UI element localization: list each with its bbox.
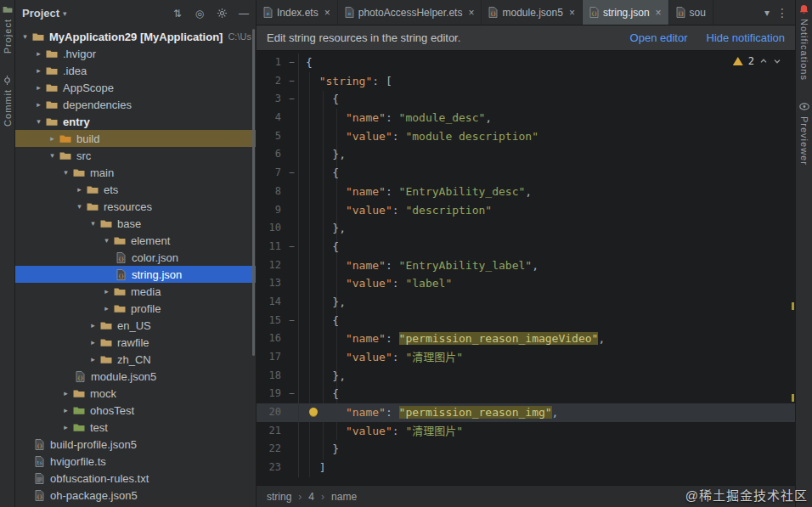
hide-notification-link[interactable]: Hide notification <box>707 31 786 44</box>
line-number[interactable]: 18 <box>257 367 285 386</box>
tree-item-ohostest[interactable]: ▸ohosTest <box>15 402 256 419</box>
tab-sou[interactable]: {}sou <box>669 0 713 25</box>
close-tab-icon[interactable]: × <box>656 7 662 19</box>
chevron-down-icon[interactable]: ▾ <box>46 151 59 160</box>
line-number[interactable]: 13 <box>257 274 285 293</box>
expand-collapse-icon[interactable]: ⇅ <box>171 7 184 20</box>
tree-item-obfuscation-rules-txt[interactable]: obfuscation-rules.txt <box>15 470 256 487</box>
chevron-right-icon[interactable]: ▸ <box>87 338 99 346</box>
fold-region-icon[interactable]: − <box>285 90 299 109</box>
tree-item-resources[interactable]: ▾resources <box>15 198 256 215</box>
intention-bulb-icon[interactable] <box>309 408 318 416</box>
tree-item-element[interactable]: ▾element <box>15 232 256 249</box>
previewer-eye-icon[interactable] <box>799 102 809 112</box>
locate-file-icon[interactable]: ◎ <box>193 7 206 20</box>
chevron-down-icon[interactable]: ▾ <box>59 168 72 177</box>
tab-module-json5[interactable]: {}module.json5× <box>482 0 582 25</box>
line-number[interactable]: 6 <box>257 145 285 164</box>
project-tool-icon[interactable] <box>3 4 13 14</box>
fold-region-icon[interactable]: − <box>285 164 299 183</box>
code-text[interactable]: "value": "清理图片" <box>299 422 463 441</box>
code-text[interactable]: { <box>299 385 339 403</box>
hide-panel-icon[interactable]: — <box>237 7 251 20</box>
code-text[interactable]: "value": "module description" <box>299 127 539 146</box>
tree-item-test[interactable]: ▸test <box>15 419 256 436</box>
chevron-down-icon[interactable]: ▾ <box>32 117 45 126</box>
line-number[interactable]: 19 <box>257 385 285 403</box>
chevron-right-icon[interactable]: ▸ <box>87 321 99 330</box>
tool-window-button-project[interactable]: Project <box>3 17 13 55</box>
chevron-right-icon[interactable]: ▸ <box>32 49 45 58</box>
code-text[interactable]: "name": "permission_reason_imageVideo", <box>299 330 605 348</box>
tab-options-more-icon[interactable]: ⋮ <box>776 6 788 20</box>
open-editor-link[interactable]: Open editor <box>630 31 688 44</box>
code-editor[interactable]: 2 1−{2− "string": [3− {4 "name": "module… <box>257 51 795 485</box>
code-text[interactable]: }, <box>299 367 346 386</box>
tree-item-color-json[interactable]: {}color.json <box>15 249 256 266</box>
tree-item-hvigor[interactable]: ▸.hvigor <box>15 45 256 62</box>
fold-region-icon[interactable]: − <box>285 238 299 256</box>
line-number[interactable]: 8 <box>257 183 285 201</box>
chevron-right-icon[interactable]: ▸ <box>32 66 45 75</box>
code-text[interactable]: "value": "label" <box>299 274 452 293</box>
fold-region-icon[interactable]: − <box>285 72 299 91</box>
code-text[interactable]: "string": [ <box>299 72 392 91</box>
tree-item-rawfile[interactable]: ▸rawfile <box>15 334 256 351</box>
code-text[interactable]: "name": "EntryAbility_label", <box>299 256 539 275</box>
chevron-down-icon[interactable]: ▾ <box>87 219 99 228</box>
tab-overflow-chevron-icon[interactable]: ▾ <box>764 7 770 19</box>
code-text[interactable]: "name": "permission_reason_img", <box>299 403 558 422</box>
chevron-right-icon[interactable]: ▸ <box>73 185 86 194</box>
code-text[interactable]: { <box>299 90 339 109</box>
breadcrumb-item-4[interactable]: 4 <box>308 491 314 503</box>
code-text[interactable]: "value": "description" <box>299 201 492 220</box>
line-number[interactable]: 12 <box>257 256 285 275</box>
chevron-down-icon[interactable]: ▾ <box>73 202 86 211</box>
tree-item-string-json[interactable]: {}string.json <box>15 266 256 283</box>
chevron-right-icon[interactable]: ▸ <box>100 304 113 313</box>
chevron-right-icon[interactable]: ▸ <box>87 355 99 363</box>
tab-photoaccesshelper-ets[interactable]: ephotoAccessHelper.ets× <box>338 0 482 25</box>
fold-region-icon[interactable]: − <box>285 312 299 330</box>
line-number[interactable]: 2 <box>257 72 285 91</box>
line-number[interactable]: 5 <box>257 127 285 146</box>
tree-item-zh-cn[interactable]: ▸zh_CN <box>15 351 256 368</box>
tree-item-module-json5[interactable]: {}module.json5 <box>15 368 256 385</box>
breadcrumb-item-name[interactable]: name <box>331 491 357 503</box>
code-text[interactable]: "name": "EntryAbility_desc", <box>299 183 532 201</box>
chevron-right-icon[interactable]: ▸ <box>46 134 59 143</box>
tree-item-base[interactable]: ▾base <box>15 215 256 232</box>
tree-scrollbar[interactable] <box>252 29 255 356</box>
tool-window-button-notifications[interactable]: Notifications <box>799 17 809 82</box>
code-text[interactable]: }, <box>299 145 346 164</box>
line-number[interactable]: 22 <box>257 440 285 459</box>
chevron-right-icon[interactable]: ▸ <box>32 83 45 92</box>
code-text[interactable]: { <box>299 164 339 183</box>
line-number[interactable]: 23 <box>257 459 285 477</box>
tree-item-build-profile-json5[interactable]: {}build-profile.json5 <box>15 436 256 453</box>
line-number[interactable]: 4 <box>257 109 285 127</box>
line-number[interactable]: 11 <box>257 238 285 256</box>
code-text[interactable]: ] <box>299 459 325 477</box>
chevron-down-icon[interactable]: ▾ <box>100 236 113 245</box>
tree-item-ets[interactable]: ▸ets <box>15 181 256 198</box>
chevron-down-icon[interactable]: ▾ <box>19 32 31 41</box>
tree-item-build[interactable]: ▸build <box>15 130 256 147</box>
fold-region-icon[interactable]: − <box>285 54 299 72</box>
line-number[interactable]: 9 <box>257 201 285 220</box>
line-number[interactable]: 15 <box>257 312 285 330</box>
tool-window-button-commit[interactable]: Commit <box>3 87 13 128</box>
line-number[interactable]: 20 <box>257 403 285 422</box>
chevron-right-icon[interactable]: ▸ <box>59 389 72 397</box>
close-tab-icon[interactable]: × <box>468 7 474 19</box>
chevron-right-icon[interactable]: ▸ <box>59 423 72 431</box>
line-number[interactable]: 21 <box>257 422 285 441</box>
settings-gear-icon[interactable] <box>215 7 228 20</box>
line-number[interactable]: 1 <box>257 54 285 72</box>
line-number[interactable]: 3 <box>257 90 285 109</box>
tab-index-ets[interactable]: eIndex.ets× <box>257 0 338 25</box>
tree-item-media[interactable]: ▸media <box>15 283 256 300</box>
line-number[interactable]: 10 <box>257 219 285 238</box>
tree-item-src[interactable]: ▾src <box>15 147 256 164</box>
chevron-right-icon[interactable]: ▸ <box>59 406 72 414</box>
